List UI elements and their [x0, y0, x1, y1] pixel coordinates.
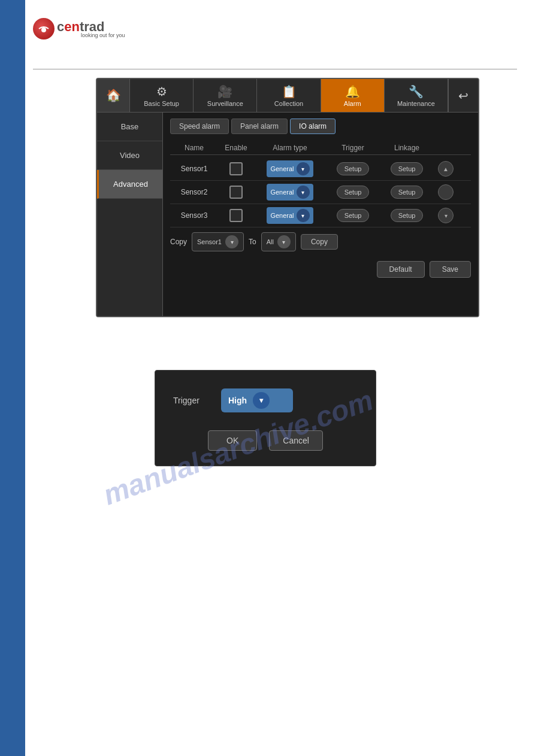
logo-tagline: looking out for you	[81, 32, 125, 38]
col-alarm-type: Alarm type	[254, 144, 326, 152]
tab-basic-setup[interactable]: ⚙ Basic Setup	[130, 79, 194, 112]
col-name: Name	[170, 144, 218, 152]
copy-from-value: Sensor1	[197, 238, 222, 245]
left-sidebar	[0, 0, 25, 756]
cell-sensor1-trigger[interactable]: Setup	[326, 162, 380, 175]
cell-sensor1-type[interactable]: General ▾	[254, 160, 326, 177]
cell-sensor3-type[interactable]: General ▾	[254, 207, 326, 224]
header-divider	[33, 69, 517, 69]
trigger-value: High	[228, 396, 247, 405]
sub-tab-speed-alarm-label: Speed alarm	[179, 122, 220, 130]
cell-sensor2-name: Sensor2	[170, 188, 218, 196]
copy-to-arrow: ▾	[277, 235, 291, 248]
trigger-row: Trigger High ▾	[173, 388, 358, 412]
dialog-ok-button[interactable]: OK	[208, 430, 257, 451]
header: centrad looking out for you	[33, 18, 517, 40]
cell-sensor3-trigger[interactable]: Setup	[326, 209, 380, 222]
basic-setup-icon: ⚙	[156, 84, 167, 99]
cell-sensor1-chevron[interactable]: ▲	[434, 161, 458, 177]
sub-tab-panel-alarm-label: Panel alarm	[240, 122, 279, 130]
sidebar-item-video[interactable]: Video	[97, 141, 162, 170]
sensor2-trigger-setup[interactable]: Setup	[337, 186, 370, 199]
col-trigger: Trigger	[326, 144, 380, 152]
dialog-cancel-button[interactable]: Cancel	[269, 430, 323, 451]
table-row: Sensor2 General ▾ Setup Setup	[170, 181, 471, 204]
sub-tab-speed-alarm[interactable]: Speed alarm	[170, 119, 229, 134]
cell-sensor1-enable[interactable]	[218, 162, 254, 175]
sensor2-linkage-setup[interactable]: Setup	[391, 186, 424, 199]
sidebar-item-advanced[interactable]: Advanced	[97, 170, 162, 199]
sidebar-base-label: Base	[121, 122, 139, 131]
collection-icon: 📋	[282, 84, 297, 99]
nav-tabs: 🏠 ⚙ Basic Setup 🎥 Surveillance 📋 Collect…	[97, 79, 478, 113]
sensor3-linkage-setup[interactable]: Setup	[391, 209, 424, 222]
copy-button[interactable]: Copy	[301, 234, 338, 250]
trigger-select[interactable]: High ▾	[221, 388, 293, 412]
copy-from-arrow: ▾	[225, 235, 238, 248]
sensor2-expand-btn[interactable]	[438, 184, 454, 200]
tab-surveillance-label: Surveillance	[207, 100, 243, 107]
sub-tabs: Speed alarm Panel alarm IO alarm	[170, 119, 471, 134]
sub-tab-panel-alarm[interactable]: Panel alarm	[231, 119, 288, 134]
sensor1-trigger-setup[interactable]: Setup	[337, 162, 370, 175]
cell-sensor2-trigger[interactable]: Setup	[326, 186, 380, 199]
cell-sensor1-name: Sensor1	[170, 165, 218, 173]
back-button[interactable]: ↩	[448, 79, 478, 112]
table-row: Sensor3 General ▾ Setup Setup	[170, 204, 471, 227]
cell-sensor2-type[interactable]: General ▾	[254, 184, 326, 201]
sensor1-type-dropdown[interactable]: General ▾	[267, 160, 313, 177]
tab-collection[interactable]: 📋 Collection	[257, 79, 321, 112]
copy-to-select[interactable]: All ▾	[261, 232, 296, 251]
content-area: Base Video Advanced Speed alarm Panel al…	[97, 113, 478, 316]
sensor1-expand-btn[interactable]: ▲	[438, 161, 454, 177]
sensor3-type-dropdown[interactable]: General ▾	[267, 207, 313, 224]
sub-tab-io-alarm-label: IO alarm	[299, 122, 327, 130]
trigger-dialog: Trigger High ▾ OK Cancel	[155, 370, 376, 466]
sensor3-trigger-setup[interactable]: Setup	[337, 209, 370, 222]
maintenance-icon: 🔧	[409, 84, 424, 99]
surveillance-icon: 🎥	[217, 84, 232, 99]
col-linkage: Linkage	[380, 144, 434, 152]
sidebar-advanced-label: Advanced	[113, 180, 148, 189]
sensor2-type-dropdown[interactable]: General ▾	[267, 184, 313, 201]
logo-circle	[33, 18, 55, 40]
sensor1-linkage-setup[interactable]: Setup	[391, 162, 424, 175]
back-icon: ↩	[458, 89, 468, 103]
alarm-icon: 🔔	[345, 84, 360, 99]
cell-sensor3-chevron[interactable]: ▾	[434, 208, 458, 223]
table-row: Sensor1 General ▾ Setup Setup	[170, 157, 471, 181]
main-panel: 🏠 ⚙ Basic Setup 🎥 Surveillance 📋 Collect…	[96, 78, 479, 317]
sensor3-type-arrow: ▾	[297, 209, 310, 222]
side-tabs: Base Video Advanced	[97, 113, 163, 316]
save-button[interactable]: Save	[430, 261, 471, 278]
tab-surveillance[interactable]: 🎥 Surveillance	[194, 79, 257, 112]
home-icon: 🏠	[106, 88, 121, 102]
cell-sensor2-chevron[interactable]	[434, 184, 458, 200]
table-header: Name Enable Alarm type Trigger Linkage	[170, 141, 471, 155]
cell-sensor3-name: Sensor3	[170, 211, 218, 220]
sensor2-checkbox[interactable]	[229, 186, 243, 199]
tab-alarm[interactable]: 🔔 Alarm	[321, 79, 385, 112]
tab-home[interactable]: 🏠	[97, 79, 130, 112]
sensor3-expand-btn[interactable]: ▾	[438, 208, 454, 223]
default-button[interactable]: Default	[377, 261, 425, 278]
copy-from-select[interactable]: Sensor1 ▾	[192, 232, 244, 251]
sidebar-item-base[interactable]: Base	[97, 113, 162, 141]
cell-sensor2-enable[interactable]	[218, 186, 254, 199]
tab-alarm-label: Alarm	[344, 100, 361, 107]
tab-basic-setup-label: Basic Setup	[144, 100, 179, 107]
col-enable: Enable	[218, 144, 254, 152]
cell-sensor2-linkage[interactable]: Setup	[380, 186, 434, 199]
sensor3-checkbox[interactable]	[229, 209, 243, 222]
tab-maintenance[interactable]: 🔧 Maintenance	[385, 79, 448, 112]
cell-sensor3-enable[interactable]	[218, 209, 254, 222]
sensor1-checkbox[interactable]	[229, 162, 243, 175]
sensor2-type-arrow: ▾	[297, 186, 310, 199]
sidebar-video-label: Video	[120, 151, 140, 160]
copy-to-value: All	[267, 238, 274, 245]
sensor1-type-arrow: ▾	[297, 162, 310, 175]
cell-sensor3-linkage[interactable]: Setup	[380, 209, 434, 222]
sub-tab-io-alarm[interactable]: IO alarm	[290, 119, 335, 134]
cell-sensor1-linkage[interactable]: Setup	[380, 162, 434, 175]
tab-maintenance-label: Maintenance	[397, 100, 435, 107]
